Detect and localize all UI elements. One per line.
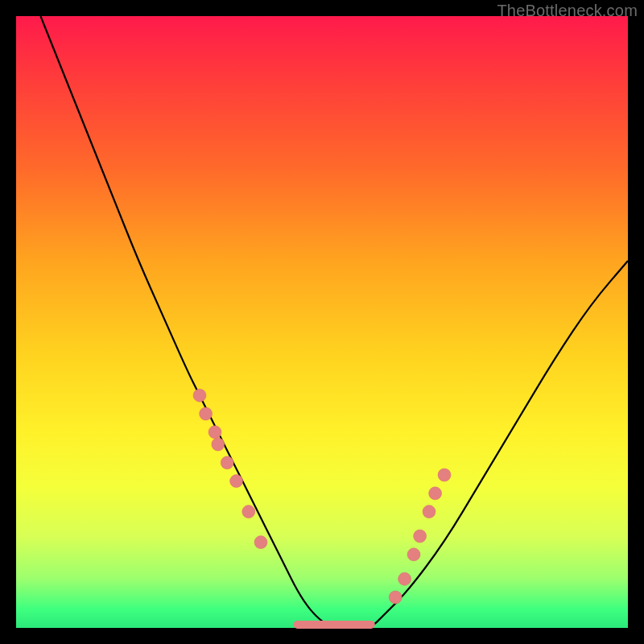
chart-frame: TheBottleneck.com <box>0 0 644 644</box>
data-markers <box>193 389 451 625</box>
marker-dot <box>193 389 206 402</box>
marker-dot <box>230 475 243 488</box>
marker-dot <box>414 530 427 543</box>
marker-dot <box>242 506 255 518</box>
marker-dot <box>208 426 221 439</box>
marker-dot <box>389 591 402 604</box>
curve-layer <box>16 16 628 628</box>
marker-dot <box>407 548 420 561</box>
marker-dot <box>221 456 233 469</box>
marker-dot <box>429 487 442 500</box>
marker-dot <box>254 536 267 549</box>
marker-dot <box>398 572 411 585</box>
plot-area <box>16 16 628 628</box>
marker-dot <box>438 469 451 481</box>
bottleneck-curve <box>40 16 628 628</box>
marker-dot <box>212 438 225 451</box>
marker-dot <box>423 506 436 518</box>
marker-dot <box>200 407 213 420</box>
